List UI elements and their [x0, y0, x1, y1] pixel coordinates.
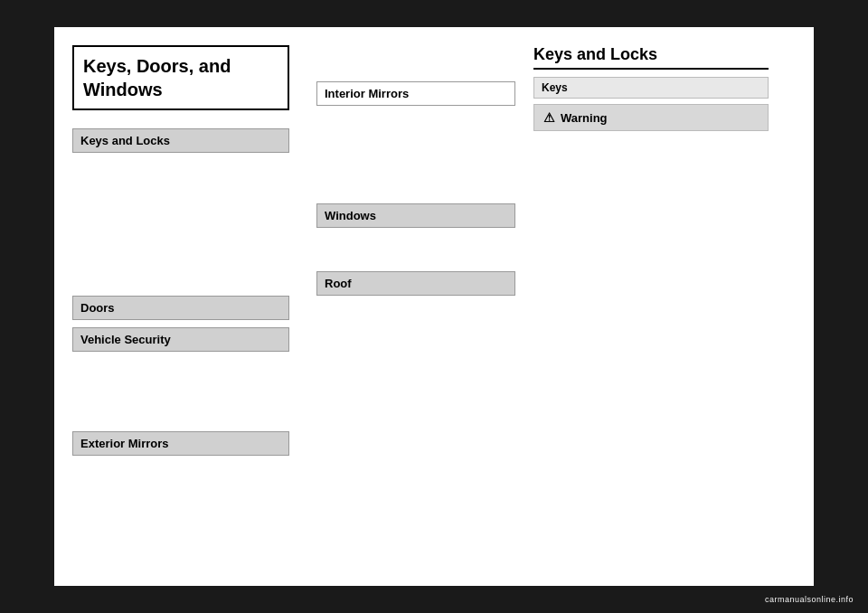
warning-label: Warning	[561, 111, 608, 125]
section-windows[interactable]: Windows	[316, 203, 515, 228]
section-roof[interactable]: Roof	[316, 271, 515, 296]
warning-triangle-icon: ⚠	[543, 110, 555, 125]
section-exterior-mirrors[interactable]: Exterior Mirrors	[72, 431, 289, 456]
chapter-title-left: Keys, Doors, and Windows	[72, 45, 289, 110]
gap-top-mid2	[316, 72, 515, 81]
gap-1	[72, 160, 289, 205]
section-keys-and-locks-left[interactable]: Keys and Locks	[72, 128, 289, 153]
gap-2	[72, 205, 289, 250]
gap-mid-2	[316, 158, 515, 203]
gap-5	[72, 404, 289, 431]
gap-mid-1	[316, 113, 515, 158]
section-doors[interactable]: Doors	[72, 296, 289, 320]
watermark: carmanualsonline.info	[760, 593, 859, 606]
section-interior-mirrors[interactable]: Interior Mirrors	[316, 81, 515, 106]
gap-3	[72, 250, 289, 296]
col-right: Keys and Locks Keys ⚠ Warning	[524, 27, 778, 586]
chapter-title-right: Keys and Locks	[533, 45, 769, 70]
gap-mid-4	[316, 262, 515, 271]
col-middle: Interior Mirrors Windows Roof	[307, 27, 524, 586]
section-vehicle-security[interactable]: Vehicle Security	[72, 327, 289, 352]
subsection-keys[interactable]: Keys	[533, 77, 769, 99]
gap-mid-3	[316, 235, 515, 262]
gap-4	[72, 359, 289, 404]
warning-box: ⚠ Warning	[533, 104, 769, 131]
col-left: Keys, Doors, and Windows Keys and Locks …	[54, 27, 307, 586]
gap-top-mid	[316, 45, 515, 72]
page-container: Keys, Doors, and Windows Keys and Locks …	[54, 27, 814, 586]
